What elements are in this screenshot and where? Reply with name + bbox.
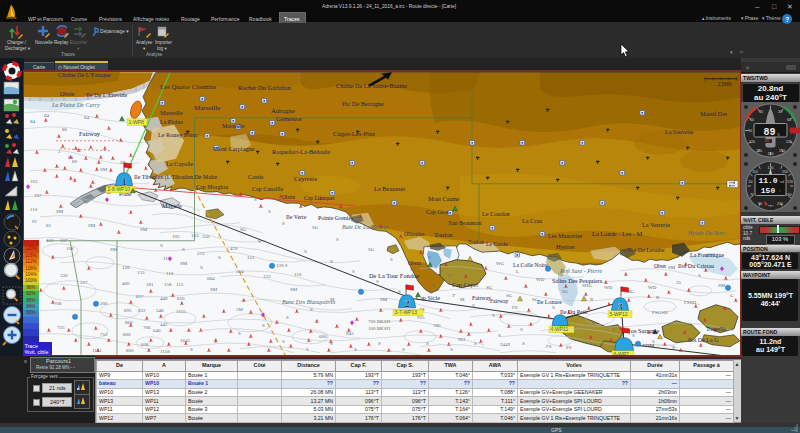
- svg-text:227: 227: [80, 279, 88, 284]
- svg-text:2-8-WP10: 2-8-WP10: [108, 186, 131, 192]
- svg-text:150: 150: [761, 186, 776, 195]
- svg-text:180: 180: [768, 152, 774, 156]
- svg-text:SG: SG: [368, 246, 375, 251]
- svg-text:La Londe - Les - M: La Londe - Les - M: [592, 229, 643, 236]
- svg-text:86: 86: [62, 126, 68, 131]
- svg-text:706: 706: [143, 324, 151, 329]
- svg-text:S: S: [306, 346, 309, 351]
- svg-text:Banc Des Blauquières: Banc Des Blauquières: [282, 298, 336, 304]
- svg-text:253: 253: [197, 250, 205, 255]
- svg-text:Gémenos: Gémenos: [276, 114, 302, 121]
- svg-text:S: S: [286, 314, 289, 319]
- svg-text:Ile Tiboulen (L Tiboulen De Ma: Ile Tiboulen (L Tiboulen De Maïre: [134, 173, 218, 180]
- svg-text:Hyade Du Borr: Hyade Du Borr: [687, 229, 726, 235]
- svg-text:Marseille: Marseille: [222, 122, 245, 128]
- svg-text:780: 780: [433, 322, 441, 327]
- svg-text:PS: PS: [566, 344, 572, 349]
- svg-text:608: 608: [141, 341, 149, 346]
- svg-text:110: 110: [166, 270, 174, 275]
- svg-text:Le Beausset: Le Beausset: [374, 184, 405, 191]
- svg-text:70: 70: [750, 193, 754, 197]
- svg-text:600: 600: [319, 333, 327, 338]
- svg-text:400: 400: [122, 280, 130, 285]
- svg-text:Fairway: Fairway: [79, 129, 101, 136]
- svg-text:SM: SM: [668, 264, 676, 269]
- svg-text:84: 84: [44, 112, 50, 117]
- svg-text:112: 112: [46, 237, 54, 242]
- svg-text:89: 89: [763, 127, 775, 138]
- svg-text:Baie De La Moutte: Baie De La Moutte: [342, 223, 388, 229]
- svg-text:FS: FS: [512, 304, 518, 309]
- svg-text:725: 725: [57, 324, 65, 329]
- svg-text:5-WP12: 5-WP12: [610, 310, 628, 316]
- svg-text:837: 837: [136, 293, 144, 298]
- svg-text:752: 752: [100, 331, 108, 336]
- svg-text:442: 442: [160, 321, 168, 326]
- svg-text:S: S: [592, 320, 595, 325]
- svg-text:5: 5: [778, 133, 780, 137]
- svg-text:Le Coudon: Le Coudon: [482, 209, 510, 216]
- svg-text:Obsn: Obsn: [654, 262, 666, 268]
- svg-text:WG: WG: [496, 260, 505, 265]
- svg-text:Obstn: Obstn: [408, 259, 421, 265]
- svg-text:150: 150: [779, 149, 785, 153]
- svg-text:S: S: [282, 220, 285, 225]
- svg-text:524: 524: [236, 268, 244, 273]
- svg-text:S: S: [160, 242, 163, 247]
- svg-text:FSSH: FSSH: [684, 299, 696, 304]
- svg-text:SG: SG: [628, 288, 635, 293]
- svg-text:S: S: [378, 340, 381, 345]
- svg-text:S: S: [310, 306, 313, 311]
- svg-text:S: S: [498, 332, 501, 337]
- svg-text:Les Quatre Chemins: Les Quatre Chemins: [160, 82, 216, 89]
- svg-text:850: 850: [177, 295, 185, 300]
- svg-text:S: S: [600, 341, 603, 346]
- svg-text:Ile Verte: Ile Verte: [286, 213, 307, 219]
- svg-text:nd: nd: [780, 180, 784, 184]
- svg-text:708: 708: [54, 300, 62, 305]
- svg-text:FS: FS: [546, 343, 552, 348]
- svg-text:SG: SG: [312, 224, 319, 229]
- svg-text:5: 5: [58, 148, 61, 153]
- svg-text:S: S: [552, 304, 555, 309]
- svg-text:128: 128: [122, 264, 130, 269]
- svg-text:700 BKSH: 700 BKSH: [368, 318, 390, 323]
- svg-text:Marseille: Marseille: [194, 103, 220, 111]
- svg-text:84: 84: [30, 118, 36, 123]
- svg-text:1641: 1641: [180, 337, 191, 342]
- svg-text:107: 107: [34, 192, 42, 197]
- svg-text:S: S: [376, 278, 379, 283]
- svg-text:Toulon: Toulon: [434, 230, 453, 237]
- svg-text:SM: SM: [140, 226, 148, 231]
- svg-text:S: S: [398, 288, 401, 293]
- svg-text:210: 210: [777, 202, 783, 206]
- svg-text:S: S: [238, 330, 241, 335]
- svg-text:695: 695: [124, 307, 132, 312]
- svg-text:S: S: [336, 236, 339, 241]
- svg-text:S: S: [448, 272, 451, 277]
- svg-text:SM: SM: [56, 208, 64, 213]
- svg-text:1158: 1158: [160, 348, 170, 353]
- svg-text:632: 632: [138, 307, 146, 312]
- svg-text:110: 110: [752, 170, 758, 174]
- svg-text:La Sauvette: La Sauvette: [665, 128, 694, 134]
- svg-text:103: 103: [191, 232, 199, 237]
- svg-text:103: 103: [30, 178, 38, 183]
- svg-text:330: 330: [60, 272, 68, 277]
- svg-text:646: 646: [153, 327, 161, 332]
- svg-text:S: S: [200, 264, 203, 269]
- svg-text:Aubagne: Aubagne: [271, 106, 295, 113]
- svg-text:860: 860: [125, 319, 133, 324]
- svg-text:Hyères: Hyères: [556, 242, 575, 249]
- svg-text:961: 961: [458, 336, 466, 341]
- svg-text:S: S: [474, 340, 477, 345]
- svg-text:S: S: [522, 340, 525, 345]
- svg-text:35: 35: [676, 279, 682, 284]
- svg-text:Obstn: Obstn: [60, 90, 74, 96]
- svg-text:WD: WD: [536, 276, 545, 281]
- svg-text:118: 118: [294, 271, 302, 276]
- svg-text:Toulon: Toulon: [468, 238, 484, 244]
- svg-text:548: 548: [156, 307, 164, 312]
- svg-text:2.5MN: 2.5MN: [718, 81, 732, 86]
- svg-text:Rocher Du Garlaban: Rocher Du Garlaban: [238, 83, 292, 90]
